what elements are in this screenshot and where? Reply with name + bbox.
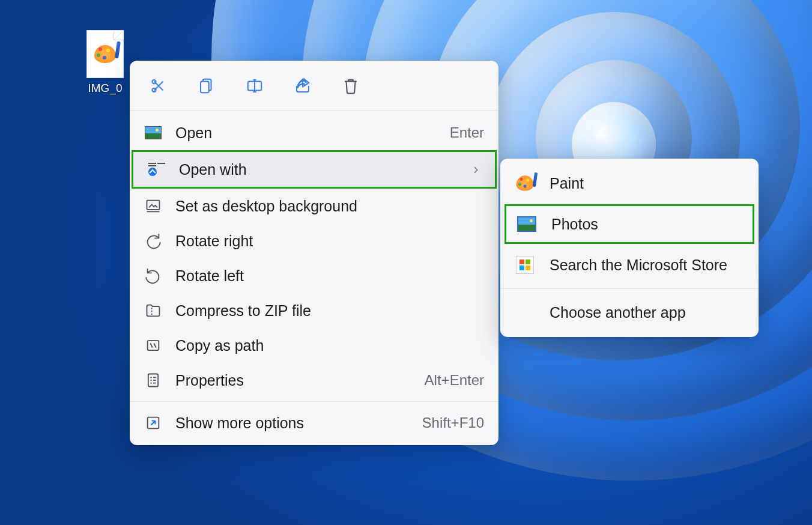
- rename-icon: [246, 77, 264, 95]
- copy-path-icon: [144, 336, 162, 354]
- copy-icon: [198, 77, 216, 95]
- menu-copy-path[interactable]: Copy as path: [130, 328, 498, 363]
- rename-button[interactable]: [244, 75, 265, 97]
- share-icon: [294, 77, 312, 95]
- cut-button[interactable]: [148, 75, 169, 97]
- file-icon: [86, 30, 124, 78]
- menu-show-more[interactable]: Show more options Shift+F10: [130, 405, 498, 440]
- menu-open-shortcut: Enter: [450, 124, 484, 141]
- submenu-separator: [500, 288, 759, 289]
- open-with-icon: [148, 160, 166, 178]
- menu-open-with[interactable]: Open with: [132, 150, 497, 189]
- share-button[interactable]: [292, 75, 314, 97]
- desktop-bg-icon: [144, 197, 162, 215]
- chevron-right-icon: [471, 161, 480, 178]
- submenu-search-store[interactable]: Search the Microsoft Store: [500, 245, 759, 285]
- menu-rotate-left-label: Rotate left: [175, 267, 484, 285]
- scissors-icon: [150, 77, 168, 95]
- desktop-file-icon[interactable]: IMG_0: [78, 30, 132, 95]
- trash-icon: [342, 77, 360, 95]
- show-more-icon: [144, 414, 162, 432]
- picture-icon: [144, 124, 162, 142]
- submenu-store-label: Search the Microsoft Store: [550, 256, 727, 274]
- context-toolbar: [130, 61, 498, 111]
- menu-set-bg-label: Set as desktop background: [175, 198, 484, 215]
- svg-point-7: [150, 380, 151, 381]
- properties-icon: [144, 371, 162, 389]
- menu-properties[interactable]: Properties Alt+Enter: [130, 363, 498, 398]
- menu-separator: [130, 401, 498, 402]
- svg-rect-1: [201, 82, 209, 93]
- delete-button[interactable]: [340, 75, 362, 97]
- rotate-left-icon: [144, 267, 162, 285]
- menu-properties-label: Properties: [175, 372, 411, 389]
- submenu-choose-another[interactable]: Choose another app: [500, 293, 759, 332]
- blank-icon: [515, 302, 535, 323]
- submenu-choose-label: Choose another app: [550, 304, 686, 321]
- context-menu: Open Enter Open with Set as desktop back…: [130, 61, 498, 445]
- menu-open-label: Open: [175, 124, 437, 142]
- submenu-paint-label: Paint: [550, 175, 584, 192]
- menu-rotate-left[interactable]: Rotate left: [130, 258, 498, 293]
- file-label: IMG_0: [78, 82, 132, 95]
- svg-point-6: [150, 377, 151, 378]
- menu-compress-label: Compress to ZIP file: [175, 302, 484, 320]
- paint-app-icon: [515, 173, 535, 193]
- ms-store-icon: [515, 255, 535, 275]
- zip-icon: [144, 302, 162, 320]
- menu-properties-shortcut: Alt+Enter: [425, 372, 484, 389]
- menu-show-more-label: Show more options: [175, 414, 409, 432]
- open-with-submenu: Paint Photos Search the Microsoft Store …: [500, 159, 759, 337]
- menu-open[interactable]: Open Enter: [130, 115, 498, 150]
- menu-show-more-shortcut: Shift+F10: [422, 414, 484, 431]
- menu-open-with-label: Open with: [179, 161, 458, 178]
- photos-app-icon: [517, 214, 537, 234]
- menu-copy-path-label: Copy as path: [175, 337, 484, 354]
- menu-set-background[interactable]: Set as desktop background: [130, 189, 498, 223]
- svg-rect-3: [147, 201, 160, 210]
- submenu-photos[interactable]: Photos: [504, 204, 754, 244]
- submenu-photos-label: Photos: [551, 216, 598, 233]
- svg-point-8: [150, 383, 151, 384]
- menu-rotate-right-label: Rotate right: [175, 232, 484, 250]
- menu-rotate-right[interactable]: Rotate right: [130, 223, 498, 258]
- copy-button[interactable]: [196, 75, 217, 97]
- menu-items: Open Enter Open with Set as desktop back…: [130, 111, 498, 445]
- menu-compress-zip[interactable]: Compress to ZIP file: [130, 293, 498, 328]
- submenu-paint[interactable]: Paint: [500, 163, 759, 203]
- rotate-right-icon: [144, 232, 162, 250]
- svg-rect-4: [148, 341, 159, 350]
